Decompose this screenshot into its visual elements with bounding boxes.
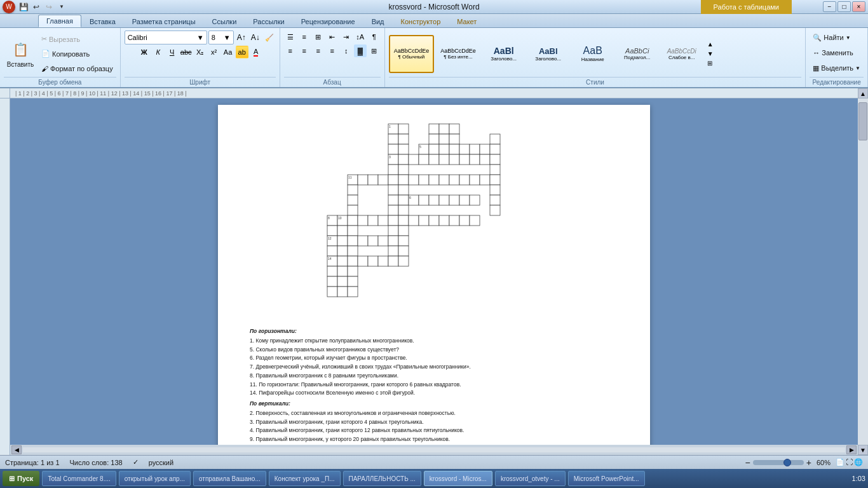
editing-label: Редактирование bbox=[810, 77, 864, 86]
svg-rect-94 bbox=[388, 226, 398, 236]
taskbar-krossvord[interactable]: krossvord - Micros... bbox=[424, 471, 492, 486]
borders-button[interactable]: ⊞ bbox=[368, 44, 381, 57]
taskbar-powerpoint[interactable]: Microsoft PowerPoint... bbox=[568, 471, 645, 486]
font-name-combo[interactable]: Calibri ▼ bbox=[125, 30, 207, 44]
scroll-down-button[interactable]: ▼ bbox=[858, 445, 868, 455]
replace-button[interactable]: ↔ Заменить bbox=[810, 46, 856, 60]
zoom-out-button[interactable]: − bbox=[745, 458, 750, 468]
crossword-area: .cw-cell { fill: white; stroke: #444; st… bbox=[291, 124, 577, 321]
tab-page-layout[interactable]: Разметка страницы bbox=[124, 15, 204, 27]
style-subtitle[interactable]: AaBbCi Подзагол... bbox=[616, 35, 659, 73]
taskbar-lesson-notes[interactable]: Конспект урока _П... bbox=[269, 471, 341, 486]
scroll-up-button[interactable]: ▲ bbox=[858, 88, 868, 98]
styles-expand[interactable]: ⊞ bbox=[707, 60, 714, 67]
view-print-button[interactable]: 📄 bbox=[836, 458, 844, 466]
cut-button[interactable]: ✂ Вырезать bbox=[38, 32, 116, 46]
align-right-button[interactable]: ≡ bbox=[312, 44, 325, 57]
svg-rect-11 bbox=[490, 134, 500, 144]
tab-home[interactable]: Главная bbox=[38, 15, 81, 27]
office-button[interactable]: W bbox=[3, 1, 15, 13]
format-painter-button[interactable]: 🖌 Формат по образцу bbox=[38, 62, 116, 76]
scroll-right-button[interactable]: ▶ bbox=[846, 445, 857, 454]
svg-rect-120 bbox=[337, 266, 348, 276]
highlight-button[interactable]: ab bbox=[236, 46, 248, 58]
scroll-thumb[interactable] bbox=[858, 102, 867, 140]
style-heading1[interactable]: AaBl Заголово... bbox=[482, 35, 526, 73]
tab-view[interactable]: Вид bbox=[363, 15, 393, 27]
decrease-font-button[interactable]: A↓ bbox=[249, 31, 262, 44]
select-button[interactable]: ▦ Выделить ▼ bbox=[810, 61, 864, 75]
numbered-list-button[interactable]: ≡ bbox=[298, 30, 311, 43]
increase-font-button[interactable]: A↑ bbox=[235, 31, 248, 44]
clear-format-button[interactable]: 🧹 bbox=[263, 31, 276, 44]
svg-rect-8 bbox=[429, 134, 439, 144]
start-button[interactable]: ⊞ Пуск bbox=[3, 471, 39, 486]
style-subtle-emphasis[interactable]: AaBbCcDi Слабое в... bbox=[660, 35, 703, 73]
svg-rect-104 bbox=[398, 236, 409, 246]
svg-rect-103 bbox=[388, 236, 398, 246]
line-spacing-button[interactable]: ↕ bbox=[340, 44, 353, 57]
bullet-list-button[interactable]: ☰ bbox=[284, 30, 297, 43]
style-heading2[interactable]: AaBl Заголово... bbox=[527, 35, 570, 73]
tab-insert[interactable]: Вставка bbox=[81, 15, 124, 27]
svg-rect-115 bbox=[368, 256, 378, 266]
superscript-button[interactable]: x² bbox=[208, 46, 220, 58]
font-size-combo[interactable]: 8 ▼ bbox=[208, 30, 234, 44]
copy-button[interactable]: 📄 Копировать bbox=[38, 47, 116, 61]
style-normal[interactable]: AaBbCcDdEe ¶ Обычный bbox=[389, 35, 435, 73]
underline-button[interactable]: Ч bbox=[166, 46, 179, 58]
qat-redo[interactable]: ↪ bbox=[43, 1, 55, 13]
zoom-slider[interactable] bbox=[753, 460, 804, 465]
taskbar: ⊞ Пуск Total Commander 8.... открытый ур… bbox=[0, 469, 868, 488]
tab-layout[interactable]: Макет bbox=[449, 15, 485, 27]
maximize-button[interactable]: □ bbox=[837, 1, 851, 12]
view-fullscreen-button[interactable]: ⛶ bbox=[846, 458, 853, 466]
bold-button[interactable]: Ж bbox=[138, 46, 151, 58]
styles-down[interactable]: ▼ bbox=[707, 50, 714, 57]
paste-button[interactable]: 📋 Вставить bbox=[4, 32, 37, 76]
svg-rect-31 bbox=[459, 154, 470, 165]
qat-dropdown[interactable]: ▼ bbox=[56, 1, 67, 13]
styles-up[interactable]: ▲ bbox=[707, 41, 714, 48]
zoom-in-button[interactable]: + bbox=[806, 458, 811, 468]
tab-design[interactable]: Конструктор bbox=[393, 15, 449, 27]
tab-references[interactable]: Ссылки bbox=[204, 15, 245, 27]
view-web-button[interactable]: 🌐 bbox=[854, 458, 863, 466]
decrease-indent-button[interactable]: ⇤ bbox=[326, 30, 339, 43]
taskbar-open-lesson[interactable]: открытый урок апр... bbox=[119, 471, 191, 486]
qat-undo[interactable]: ↩ bbox=[31, 1, 42, 13]
increase-indent-button[interactable]: ⇥ bbox=[340, 30, 353, 43]
align-left-button[interactable]: ≡ bbox=[284, 44, 297, 57]
scroll-left-button[interactable]: ◀ bbox=[11, 445, 22, 454]
style-no-spacing[interactable]: AaBbCcDdEe ¶ Без инте... bbox=[435, 35, 481, 73]
horizontal-scrollbar[interactable]: ◀ ▶ bbox=[10, 445, 858, 455]
align-center-button[interactable]: ≡ bbox=[298, 44, 311, 57]
italic-button[interactable]: К bbox=[152, 46, 165, 58]
vertical-scrollbar[interactable]: ▲ ▼ bbox=[858, 88, 868, 455]
find-button[interactable]: 🔍 Найти ▼ bbox=[810, 30, 853, 44]
tab-mailings[interactable]: Рассылки bbox=[245, 15, 292, 27]
font-color-button[interactable]: А bbox=[250, 46, 262, 58]
svg-rect-116 bbox=[378, 256, 388, 266]
subscript-button[interactable]: X₂ bbox=[194, 46, 207, 58]
justify-button[interactable]: ≡ bbox=[326, 44, 339, 57]
qat-save[interactable]: 💾 bbox=[18, 1, 29, 13]
shading-button[interactable]: ▓ bbox=[354, 44, 367, 57]
svg-rect-100 bbox=[358, 236, 368, 246]
style-title[interactable]: AaB Название bbox=[571, 35, 614, 73]
page: .cw-cell { fill: white; stroke: #444; st… bbox=[218, 105, 650, 445]
svg-rect-114 bbox=[358, 256, 368, 266]
change-case-button[interactable]: Аа bbox=[222, 46, 234, 58]
svg-rect-109 bbox=[398, 246, 409, 256]
minimize-button[interactable]: − bbox=[823, 1, 836, 12]
taskbar-sent[interactable]: отправила Вашано... bbox=[193, 471, 266, 486]
close-button[interactable]: × bbox=[852, 1, 865, 12]
taskbar-krossvord-otvety[interactable]: krossvord_otvety - ... bbox=[495, 471, 566, 486]
sort-button[interactable]: ↕A bbox=[354, 30, 367, 43]
taskbar-parallel[interactable]: ПАРАЛЛЕЛЬНОСТЬ ... bbox=[343, 471, 421, 486]
tab-review[interactable]: Рецензирование bbox=[293, 15, 363, 27]
strikethrough-button[interactable]: abc bbox=[180, 46, 193, 58]
taskbar-total-commander[interactable]: Total Commander 8.... bbox=[42, 471, 116, 486]
show-marks-button[interactable]: ¶ bbox=[368, 30, 381, 43]
multilevel-list-button[interactable]: ⊞ bbox=[312, 30, 325, 43]
